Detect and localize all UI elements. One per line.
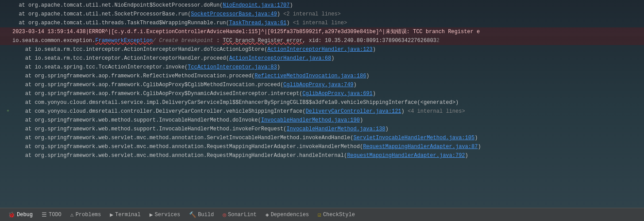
- log-line: at io.seata.rm.tcc.interceptor.ActionInt…: [0, 54, 644, 63]
- stack-link[interactable]: RequestMappingHandlerAdapter.java:792: [347, 152, 465, 159]
- log-line: at org.apache.tomcat.util.threads.TaskTh…: [0, 19, 644, 27]
- stack-link[interactable]: NioEndpoint.java:1707: [223, 2, 289, 8]
- stack-link[interactable]: InvocableHandlerMethod.java:190: [261, 117, 360, 123]
- line-text: at com.yonyou.cloud.dmsretail.controller…: [12, 107, 642, 115]
- toolbar-item-checkstyle[interactable]: ☑ CheckStyle: [313, 208, 359, 221]
- log-line: at com.yonyou.cloud.dmsretail.service.im…: [0, 98, 644, 107]
- checkstyle-icon: ☑: [318, 211, 321, 218]
- internal-lines: <1 internal line>: [293, 20, 347, 26]
- line-text: at org.springframework.aop.framework.Cgl…: [12, 81, 642, 89]
- problems-icon: ⚠: [70, 211, 74, 218]
- expand-gutter[interactable]: +: [4, 107, 12, 115]
- log-line: at org.springframework.aop.framework.Ref…: [0, 72, 644, 80]
- toolbar-item-services[interactable]: ▶ Services: [145, 208, 185, 221]
- toolbar-label-sonarlint: SonarLint: [228, 212, 257, 218]
- line-text: at org.springframework.web.servlet.mvc.m…: [12, 152, 642, 160]
- log-line: at org.springframework.web.servlet.mvc.m…: [0, 151, 644, 160]
- internal-lines: <2 internal lines>: [283, 11, 341, 17]
- log-line: at org.springframework.aop.framework.Cgl…: [0, 80, 644, 89]
- stack-link[interactable]: DeliveryCarController.java:121: [306, 108, 401, 114]
- stack-link[interactable]: ReflectiveMethodInvocation.java:186: [255, 73, 366, 79]
- line-text: at io.seata.rm.tcc.interceptor.ActionInt…: [12, 54, 642, 62]
- log-line: at org.springframework.web.servlet.mvc.m…: [0, 133, 644, 142]
- sonarlint-icon: ◎: [223, 211, 226, 218]
- toolbar-label-services: Services: [155, 212, 181, 218]
- error-log-line: 2023-03-14 13:59:14.438|ERROR^|[c.y.d.f.…: [0, 27, 644, 36]
- toolbar-label-problems: Problems: [76, 212, 101, 218]
- log-output-panel: at org.apache.tomcat.util.net.NioEndpoin…: [0, 0, 644, 208]
- line-text: at org.apache.tomcat.util.net.NioEndpoin…: [12, 1, 642, 9]
- todo-icon: ☰: [42, 211, 47, 218]
- stack-link[interactable]: TccActionInterceptor.java:83: [188, 64, 277, 70]
- log-line: at org.springframework.web.servlet.mvc.m…: [0, 142, 644, 151]
- stack-link[interactable]: CglibAopProxy.java:691: [302, 91, 372, 97]
- error-text: 2023-03-14 13:59:14.438|ERROR^|[c.y.d.f.…: [12, 28, 642, 36]
- line-text: at org.springframework.web.servlet.mvc.m…: [12, 134, 642, 142]
- line-text: at com.yonyou.cloud.dmsretail.service.im…: [12, 99, 642, 107]
- internal-lines: <4 internal lines>: [408, 108, 465, 114]
- create-breakpoint[interactable]: / Create breakpoint: [153, 38, 213, 44]
- line-text: at org.springframework.web.method.suppor…: [12, 125, 642, 133]
- stack-link[interactable]: CglibAopProxy.java:749: [283, 82, 353, 88]
- log-line: + at com.yonyou.cloud.dmsretail.controll…: [0, 107, 644, 116]
- toolbar-item-problems[interactable]: ⚠ Problems: [66, 208, 105, 221]
- toolbar-label-build: Build: [198, 212, 214, 218]
- line-text: at org.apache.tomcat.util.threads.TaskTh…: [12, 19, 642, 27]
- log-line: at org.springframework.web.method.suppor…: [0, 116, 644, 125]
- toolbar-item-todo[interactable]: ☰ TODO: [37, 208, 66, 221]
- toolbar-label-todo: TODO: [49, 212, 62, 218]
- toolbar-item-build[interactable]: 🔨 Build: [185, 208, 218, 221]
- line-text: at org.springframework.aop.framework.Cgl…: [12, 90, 642, 98]
- toolbar-label-checkstyle: CheckStyle: [323, 212, 355, 218]
- stack-link[interactable]: SocketProcessorBase.java:49: [191, 11, 277, 17]
- stack-link[interactable]: ServletInvocableHandlerMethod.java:105: [354, 135, 475, 141]
- log-line: at org.springframework.aop.framework.Cgl…: [0, 89, 644, 98]
- stack-link[interactable]: TaskThread.java:61: [229, 20, 287, 26]
- log-line: at io.seata.spring.tcc.TccActionIntercep…: [0, 63, 644, 72]
- terminal-icon: ▶: [110, 211, 113, 218]
- log-line: at org.springframework.web.method.suppor…: [0, 125, 644, 133]
- log-container: at org.apache.tomcat.util.net.NioEndpoin…: [0, 0, 644, 208]
- stack-link[interactable]: InvocableHandlerMethod.java:138: [286, 126, 385, 132]
- error-main-line: io.seata.common.exception.FrameworkExcep…: [0, 36, 644, 45]
- log-line: at org.apache.tomcat.util.net.NioEndpoin…: [0, 1, 644, 10]
- line-text: at org.springframework.web.method.suppor…: [12, 116, 642, 124]
- toolbar-label-debug: Debug: [17, 212, 33, 218]
- debug-icon: 🐞: [8, 211, 15, 218]
- toolbar-item-terminal[interactable]: ▶ Terminal: [105, 208, 145, 221]
- toolbar-item-debug[interactable]: 🐞 Debug: [4, 208, 37, 221]
- toolbar-label-terminal: Terminal: [115, 212, 141, 218]
- stack-link[interactable]: ActionInterceptorHandler.java:123: [267, 46, 373, 53]
- log-line: at org.apache.tomcat.util.net.SocketProc…: [0, 10, 644, 19]
- toolbar-label-dependencies: Dependencies: [271, 212, 309, 218]
- build-icon: 🔨: [189, 211, 196, 218]
- dependencies-icon: ◈: [266, 211, 269, 218]
- error-main-text: io.seata.common.exception.FrameworkExcep…: [12, 37, 642, 45]
- services-icon: ▶: [150, 211, 153, 218]
- line-text: at io.seata.rm.tcc.interceptor.ActionInt…: [12, 46, 642, 53]
- bottom-toolbar: 🐞 Debug ☰ TODO ⚠ Problems ▶ Terminal ▶ S…: [0, 208, 644, 221]
- toolbar-item-dependencies[interactable]: ◈ Dependencies: [261, 208, 313, 221]
- stack-link[interactable]: ActionInterceptorHandler.java:68: [229, 55, 331, 61]
- log-line: at io.seata.rm.tcc.interceptor.ActionInt…: [0, 45, 644, 54]
- framework-exception-link[interactable]: FrameworkException: [95, 38, 153, 44]
- stack-link[interactable]: RequestMappingHandlerAdapter.java:87: [363, 144, 478, 150]
- line-text: at org.apache.tomcat.util.net.SocketProc…: [12, 10, 642, 18]
- line-text: at io.seata.spring.tcc.TccActionIntercep…: [12, 63, 642, 71]
- line-text: at org.springframework.aop.framework.Ref…: [12, 72, 642, 80]
- toolbar-item-sonarlint[interactable]: ◎ SonarLint: [218, 208, 261, 221]
- line-text: at org.springframework.web.servlet.mvc.m…: [12, 143, 642, 151]
